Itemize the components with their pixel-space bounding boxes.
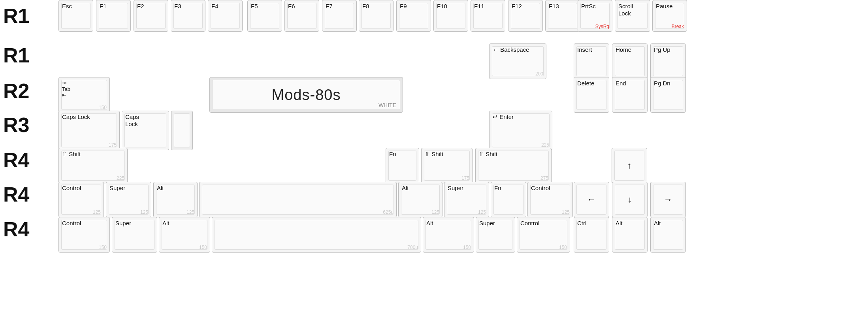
key-f2[interactable]: F2	[134, 0, 168, 32]
shift-l-sub: 225	[117, 175, 124, 181]
key-arrow-right[interactable]: →	[650, 182, 686, 217]
prtsc-sub-label: SysRq	[595, 24, 609, 29]
key-f3[interactable]: F3	[171, 0, 205, 32]
key-f12[interactable]: F12	[508, 0, 543, 32]
key-arrow-left[interactable]: ←	[574, 182, 609, 217]
backspace-sub: 200	[535, 71, 543, 77]
keyboard-layout: R1 Esc F1 F2 F3 F4 F5 F6 F7 F8	[0, 0, 868, 313]
tab-sub: 150	[99, 105, 107, 110]
key-backspace[interactable]: ← Backspace 200	[489, 43, 546, 79]
key-pause[interactable]: Pause Break	[652, 0, 687, 32]
key-insert[interactable]: Insert	[574, 43, 609, 79]
key-fn-mod-row[interactable]: Fn	[491, 182, 526, 217]
key-prtsc[interactable]: PrtSc SysRq	[578, 0, 612, 32]
key-f4[interactable]: F4	[208, 0, 243, 32]
key-alt-left-c[interactable]: Alt 150	[159, 217, 210, 253]
space-625-sub: 625u	[383, 209, 394, 215]
key-f7[interactable]: F7	[322, 0, 357, 32]
row-label-r2: R2	[3, 79, 29, 103]
ctrl-r-b-sub: 125	[562, 209, 570, 215]
key-esc-label: Esc	[62, 3, 72, 10]
super-r-b-sub: 125	[478, 209, 486, 215]
key-alt-nav[interactable]: Alt	[612, 217, 648, 253]
key-ctrl-nav[interactable]: Ctrl	[574, 217, 609, 253]
ctrl-r-c-sub: 150	[559, 245, 567, 250]
ctrl-l-b-sub: 125	[93, 209, 101, 215]
mods-highlight-block: Mods-80s WHITE	[209, 77, 403, 113]
key-f1[interactable]: F1	[96, 0, 131, 32]
key-alt-nav2[interactable]: Alt	[650, 217, 686, 253]
key-enter[interactable]: ↵ Enter 225	[489, 111, 552, 150]
key-shift-left[interactable]: ⇧ Shift 225	[58, 148, 128, 183]
alt-l-b-sub: 125	[186, 209, 194, 215]
key-arrow-up[interactable]: ↑	[612, 148, 647, 183]
key-super-left-b[interactable]: Super 125	[106, 182, 151, 217]
key-super-right-c[interactable]: Super	[476, 217, 515, 253]
key-alt-right-b[interactable]: Alt 125	[398, 182, 442, 217]
row-label-r4a: R4	[3, 148, 29, 172]
row-label-r3: R3	[3, 113, 29, 137]
row-label-r4b: R4	[3, 183, 29, 206]
key-shift-right2[interactable]: ⇧ Shift 275	[475, 148, 552, 183]
key-alt-right-c[interactable]: Alt 150	[423, 217, 474, 253]
key-pgdn[interactable]: Pg Dn	[650, 77, 686, 113]
key-alt-left-b[interactable]: Alt 125	[153, 182, 198, 217]
mods-subtitle: WHITE	[378, 102, 396, 108]
key-ctrl-left-c[interactable]: Control 150	[58, 217, 110, 253]
key-ctrl-left-b[interactable]: Control 125	[58, 182, 104, 217]
key-tab[interactable]: ⇥Tab⇤ 150	[58, 77, 110, 113]
key-space-625[interactable]: 625u	[199, 182, 397, 217]
enter-sub: 225	[541, 142, 549, 148]
key-shift-right1[interactable]: ⇧ Shift 175	[421, 148, 473, 183]
key-f11[interactable]: F11	[471, 0, 505, 32]
key-f5[interactable]: F5	[247, 0, 282, 32]
shift-r1-sub: 175	[461, 175, 469, 181]
key-capslock-right[interactable]: Caps Lock	[122, 111, 169, 150]
key-esc[interactable]: Esc	[58, 0, 93, 32]
capslock1-sub: 175	[109, 142, 117, 148]
key-f9[interactable]: F9	[396, 0, 431, 32]
space-700-sub: 700u	[407, 245, 418, 250]
super-l-b-sub: 125	[140, 209, 148, 215]
key-f13[interactable]: F13	[545, 0, 580, 32]
key-super-left-c[interactable]: Super	[112, 217, 157, 253]
key-ctrl-right-b[interactable]: Control 125	[527, 182, 573, 217]
row-label-r4c: R4	[3, 217, 29, 241]
key-alpha-placeholder	[171, 111, 193, 150]
key-space-700[interactable]: 700u	[212, 217, 421, 253]
key-home[interactable]: Home	[612, 43, 648, 79]
key-end[interactable]: End	[612, 77, 648, 113]
row-label-r1-mid: R1	[3, 43, 29, 67]
alt-r-c-sub: 150	[463, 245, 471, 250]
alt-l-c-sub: 150	[199, 245, 207, 250]
key-f8[interactable]: F8	[359, 0, 394, 32]
key-capslock-left[interactable]: Caps Lock 175	[58, 111, 120, 150]
pause-sub-label: Break	[672, 24, 684, 29]
key-ctrl-right-c[interactable]: Control 150	[517, 217, 570, 253]
key-arrow-down[interactable]: ↓	[612, 182, 648, 217]
key-f10[interactable]: F10	[433, 0, 468, 32]
key-fn-shift-row[interactable]: Fn	[386, 148, 419, 183]
shift-r2-sub: 275	[540, 175, 548, 181]
ctrl-l-c-sub: 150	[99, 245, 107, 250]
mods-title: Mods-80s	[272, 87, 341, 104]
key-delete[interactable]: Delete	[574, 77, 609, 113]
key-pgup[interactable]: Pg Up	[650, 43, 686, 79]
key-f6[interactable]: F6	[284, 0, 319, 32]
key-scroll-lock[interactable]: Scroll Lock	[615, 0, 650, 32]
row-label-r1-top: R1	[3, 4, 29, 28]
alt-r-b-sub: 125	[431, 209, 439, 215]
key-super-right-b[interactable]: Super 125	[444, 182, 489, 217]
